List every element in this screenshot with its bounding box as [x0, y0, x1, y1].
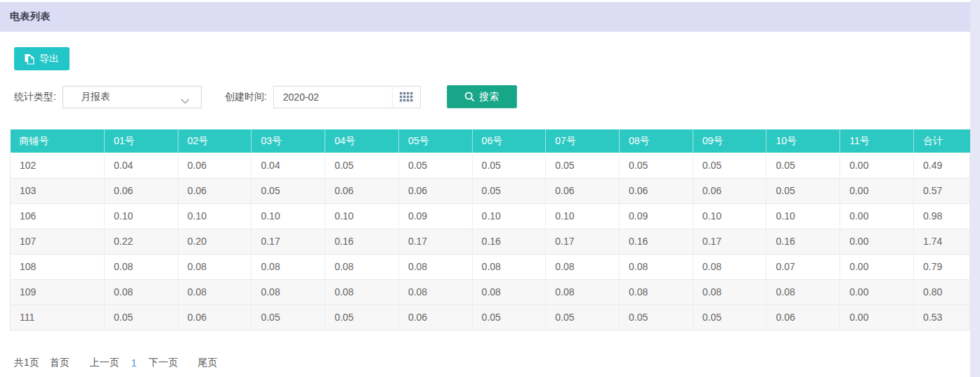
table-cell: 102	[11, 153, 105, 178]
table-cell: 0.05	[472, 153, 546, 178]
table-cell: 0.05	[766, 178, 840, 203]
column-header: 09号	[693, 129, 766, 153]
table-cell: 0.05	[693, 305, 766, 330]
table-cell: 0.00	[840, 305, 914, 330]
table-cell: 0.79	[914, 254, 970, 279]
column-header: 06号	[472, 129, 546, 153]
table-cell: 0.10	[251, 203, 325, 229]
table-cell: 0.05	[620, 305, 693, 330]
table-cell: 0.57	[914, 178, 970, 203]
table-cell: 0.05	[693, 153, 766, 178]
export-button-label: 导出	[39, 53, 59, 65]
table-cell: 0.06	[398, 178, 472, 203]
table-cell: 0.17	[251, 229, 325, 254]
table-row: 1060.100.100.100.100.090.100.100.090.100…	[11, 203, 970, 229]
search-button[interactable]: 搜索	[447, 85, 517, 108]
table-cell: 0.17	[546, 229, 620, 254]
table-cell: 0.08	[693, 279, 766, 305]
create-time-input[interactable]	[274, 87, 392, 108]
table-cell: 0.16	[325, 229, 399, 254]
table-cell: 0.00	[840, 254, 914, 279]
table-cell: 0.98	[914, 203, 970, 229]
table-cell: 0.06	[693, 178, 766, 203]
table-cell: 0.08	[398, 279, 472, 305]
table-cell: 0.08	[325, 254, 399, 279]
table-cell: 0.08	[472, 254, 546, 279]
table-body: 1020.040.060.040.050.050.050.050.050.050…	[11, 153, 970, 330]
table-cell: 0.05	[472, 178, 546, 203]
column-header: 03号	[251, 129, 325, 153]
page-title: 电表列表	[10, 11, 51, 23]
table-cell: 0.10	[546, 203, 620, 229]
table-cell: 0.17	[398, 229, 472, 254]
column-header: 11号	[840, 129, 914, 153]
table-cell: 0.22	[105, 229, 178, 254]
table-cell: 0.04	[251, 153, 325, 178]
table-cell: 0.08	[178, 254, 251, 279]
table-cell: 0.10	[766, 203, 840, 229]
table-cell: 1.74	[914, 229, 970, 254]
table-cell: 103	[11, 178, 105, 203]
table-cell: 0.06	[620, 178, 693, 203]
calendar-grid-icon	[400, 92, 413, 102]
table-cell: 0.09	[620, 203, 693, 229]
create-time-label: 创建时间:	[225, 91, 267, 103]
column-header: 02号	[178, 129, 251, 153]
table-cell: 0.06	[178, 178, 251, 203]
pagination-next-page[interactable]: 下一页	[149, 357, 178, 369]
meter-list-panel: 电表列表 导出 统计类型: 月报表	[0, 2, 970, 369]
export-button[interactable]: 导出	[14, 47, 70, 70]
table-row: 1080.080.080.080.080.080.080.080.080.080…	[11, 254, 970, 279]
table-row: 1020.040.060.040.050.050.050.050.050.050…	[11, 153, 970, 178]
pagination-first-page[interactable]: 首页	[50, 357, 70, 369]
table-cell: 0.09	[398, 203, 472, 229]
table-cell: 0.05	[251, 305, 325, 330]
table-cell: 0.08	[546, 254, 620, 279]
stat-type-select[interactable]: 月报表	[63, 86, 202, 108]
table-cell: 0.08	[398, 254, 472, 279]
table-cell: 0.05	[251, 178, 325, 203]
column-header: 04号	[325, 129, 399, 153]
table-row: 1070.220.200.170.160.170.160.170.160.170…	[11, 229, 970, 254]
table-cell: 0.08	[620, 279, 693, 305]
table-cell: 0.08	[105, 279, 178, 305]
pagination-prev-page[interactable]: 上一页	[90, 357, 119, 369]
column-header: 07号	[546, 129, 620, 153]
table-cell: 0.16	[620, 229, 693, 254]
pagination-total-pages: 共1页	[14, 357, 39, 369]
table-row: 1110.050.060.050.050.060.050.050.050.050…	[11, 305, 970, 330]
search-icon	[464, 91, 475, 102]
table-cell: 0.00	[840, 229, 914, 254]
table-cell: 0.05	[546, 153, 620, 178]
calendar-picker-button[interactable]	[392, 87, 420, 108]
pagination-last-page[interactable]: 尾页	[198, 357, 218, 369]
column-header: 商铺号	[11, 129, 105, 153]
table-cell: 0.08	[766, 279, 840, 305]
table-cell: 0.08	[693, 254, 766, 279]
table-cell: 0.06	[178, 153, 251, 178]
table-cell: 0.10	[472, 203, 546, 229]
table-cell: 0.00	[840, 203, 914, 229]
table-cell: 0.07	[766, 254, 840, 279]
table-cell: 0.00	[840, 279, 914, 305]
pagination-current-page[interactable]: 1	[131, 357, 137, 369]
table-cell: 0.08	[251, 254, 325, 279]
table-cell: 111	[11, 305, 105, 330]
table-cell: 0.53	[914, 305, 970, 330]
meter-table: 商铺号01号02号03号04号05号06号07号08号09号10号11号合计 1…	[10, 129, 970, 331]
table-cell: 0.04	[105, 153, 178, 178]
page-scroll-gutter	[970, 0, 980, 377]
table-cell: 0.06	[398, 305, 472, 330]
table-cell: 0.05	[325, 305, 399, 330]
table-cell: 108	[11, 254, 105, 279]
table-cell: 0.06	[766, 305, 840, 330]
table-cell: 0.05	[398, 153, 472, 178]
table-cell: 0.05	[766, 153, 840, 178]
table-cell: 0.08	[472, 279, 546, 305]
stat-type-label: 统计类型:	[14, 91, 56, 103]
table-cell: 106	[11, 203, 105, 229]
table-cell: 0.05	[472, 305, 546, 330]
panel-header: 电表列表	[0, 2, 970, 32]
filter-row: 统计类型: 月报表 创建时间:	[14, 85, 960, 108]
table-cell: 0.20	[178, 229, 251, 254]
